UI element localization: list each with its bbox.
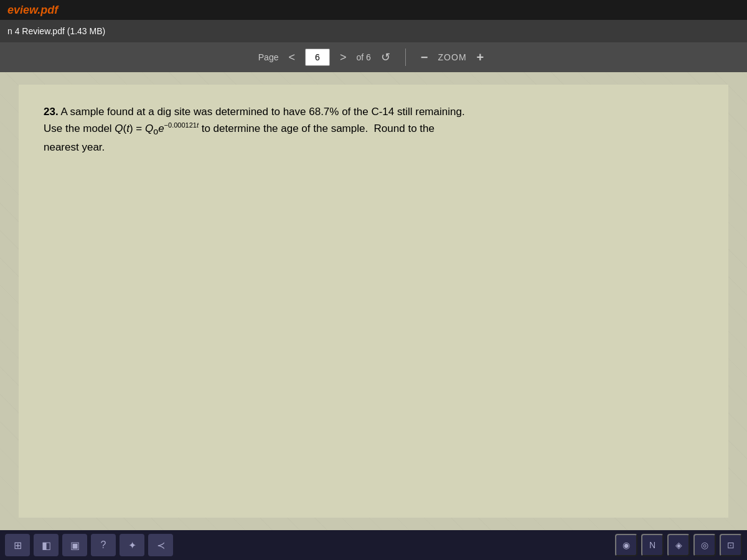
problem-line3: nearest year. bbox=[44, 141, 105, 153]
taskbar-button-4[interactable]: ✦ bbox=[120, 534, 144, 556]
taskbar-right-icon-0: ◉ bbox=[622, 540, 630, 550]
toolbar: Page < > of 6 ↺ − ZOOM + bbox=[0, 42, 747, 72]
taskbar-icon-3: ? bbox=[101, 539, 106, 551]
page-number-input[interactable] bbox=[305, 49, 330, 66]
zoom-label: ZOOM bbox=[438, 52, 467, 62]
problem-line2: Use the model Q(t) = Qoe−0.000121t to de… bbox=[44, 123, 435, 134]
file-info-bar: n 4 Review.pdf (1.43 MB) bbox=[0, 20, 747, 42]
taskbar-right-button-4[interactable]: ⊡ bbox=[720, 534, 742, 556]
taskbar-right-button-1[interactable]: N bbox=[641, 534, 664, 556]
prev-page-button[interactable]: < bbox=[283, 49, 300, 65]
taskbar-right-icon-2: ◈ bbox=[675, 540, 682, 550]
taskbar-right-icon-4: ⊡ bbox=[727, 540, 735, 550]
title-bar: eview.pdf bbox=[0, 0, 747, 20]
taskbar-button-3[interactable]: ? bbox=[91, 534, 116, 556]
taskbar-icon-5: ≺ bbox=[157, 539, 165, 551]
taskbar-icon-1: ◧ bbox=[42, 539, 51, 551]
title-bar-text: eview.pdf bbox=[7, 4, 58, 17]
total-pages: of 6 bbox=[357, 52, 371, 62]
pdf-page: 23. A sample found at a dig site was det… bbox=[19, 85, 728, 518]
taskbar-right-button-2[interactable]: ◈ bbox=[667, 534, 690, 556]
taskbar-button-5[interactable]: ≺ bbox=[148, 534, 173, 556]
taskbar-right-icon-3: ◎ bbox=[701, 540, 708, 550]
refresh-button[interactable]: ↺ bbox=[376, 48, 395, 67]
zoom-minus-button[interactable]: − bbox=[416, 49, 433, 66]
taskbar-right-button-3[interactable]: ◎ bbox=[693, 534, 716, 556]
problem-number: 23. bbox=[44, 106, 59, 118]
page-label: Page bbox=[258, 52, 279, 62]
problem-line1: A sample found at a dig site was determi… bbox=[59, 106, 465, 118]
taskbar-right-icon-1: N bbox=[649, 540, 655, 550]
taskbar: ⊞ ◧ ▣ ? ✦ ≺ ◉ N ◈ ◎ ⊡ bbox=[0, 530, 747, 560]
taskbar-right-button-0[interactable]: ◉ bbox=[615, 534, 637, 556]
problem-text: 23. A sample found at a dig site was det… bbox=[44, 103, 703, 156]
taskbar-button-0[interactable]: ⊞ bbox=[5, 534, 30, 556]
file-info-text: n 4 Review.pdf (1.43 MB) bbox=[7, 26, 105, 36]
pdf-content: 23. A sample found at a dig site was det… bbox=[0, 72, 747, 530]
taskbar-button-1[interactable]: ◧ bbox=[34, 534, 59, 556]
taskbar-icon-2: ▣ bbox=[70, 539, 80, 551]
taskbar-icon-0: ⊞ bbox=[14, 539, 22, 551]
taskbar-button-2[interactable]: ▣ bbox=[62, 534, 87, 556]
zoom-plus-button[interactable]: + bbox=[472, 49, 489, 66]
taskbar-right: ◉ N ◈ ◎ ⊡ bbox=[615, 534, 742, 556]
toolbar-separator bbox=[405, 49, 406, 66]
taskbar-icon-4: ✦ bbox=[128, 539, 136, 551]
next-page-button[interactable]: > bbox=[335, 49, 352, 65]
